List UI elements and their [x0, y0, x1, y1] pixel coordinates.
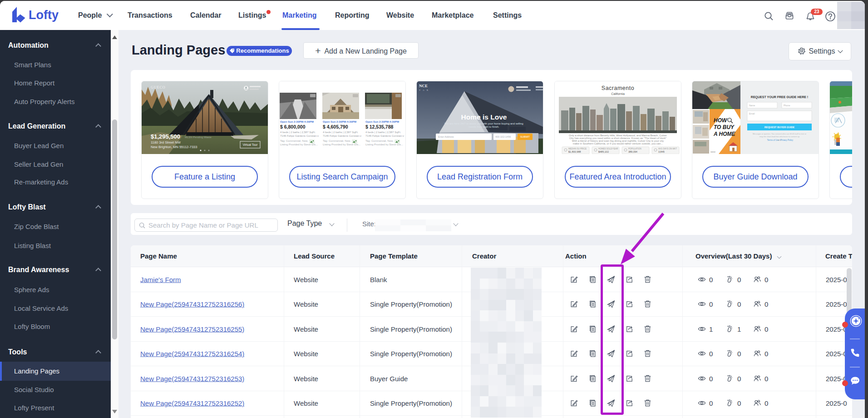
svg-text:Phone: Phone	[784, 104, 790, 107]
svg-text:T A X: T A X	[419, 89, 429, 91]
svg-text:400-102-1456: 400-102-1456	[495, 135, 511, 138]
svg-text:Open Sun 2:30PM-4:30PM: Open Sun 2:30PM-4:30PM	[365, 120, 399, 123]
svg-text:Tag: Commercial, New,: Tag: Commercial, New,	[365, 139, 394, 142]
svg-text:Open Sun 2:30PM-4:30PM: Open Sun 2:30PM-4:30PM	[323, 120, 356, 123]
svg-text:3,845: 3,845	[658, 150, 665, 153]
svg-text:may the short-lead-line whiche: may the short-lead-line whichever to con…	[760, 135, 800, 138]
svg-text:Tag: Commercial, New,: Tag: Commercial, New,	[323, 139, 351, 142]
svg-text:7146 Felipe Gardens Constan-v: 7146 Felipe Gardens Constan-v	[280, 134, 319, 137]
svg-text:New Brighton, MN 55112-7333: New Brighton, MN 55112-7333	[151, 145, 197, 149]
svg-text:MLSN Pending Waste: MLSN Pending Waste	[185, 136, 212, 139]
svg-text:Enter Address: Enter Address	[438, 135, 454, 138]
svg-text:Open Sun 2:30PM-4:30PM: Open Sun 2:30PM-4:30PM	[280, 120, 314, 123]
svg-text:Tag: Commercial, New,: Tag: Commercial, New,	[280, 139, 308, 142]
svg-text:HOW: HOW	[714, 117, 728, 124]
svg-text:HOMES SOLD/YEAR: HOMES SOLD/YEAR	[598, 148, 618, 150]
svg-text:7146 Felipe Gardens Constan-v: 7146 Felipe Gardens Constan-v	[365, 134, 404, 137]
svg-text:POPULATION: POPULATION	[628, 148, 641, 150]
svg-text:4 beds | 2 baths | 2,587 SqFt: 4 beds | 2 baths | 2,587 SqFt	[365, 131, 400, 134]
svg-text:TO BUY: TO BUY	[714, 124, 735, 130]
svg-text:7146 Felipe Gardens Constan-v: 7146 Felipe Gardens Constan-v	[323, 134, 361, 137]
svg-text:$1,800,988: $1,800,988	[568, 150, 581, 153]
svg-text:California: California	[611, 92, 625, 95]
svg-text:Messages or queries: You conse: Messages or queries: You consent who can…	[753, 133, 807, 135]
svg-text:AVG DAYS ON MKT: AVG DAYS ON MKT	[658, 148, 677, 150]
svg-text:389,094: 389,094	[628, 150, 637, 153]
svg-text:make in Southern California, o: make in Southern California, or if you w…	[573, 142, 663, 145]
svg-text:We are here 24/7 to assist you: We are here 24/7 to assist you with your…	[444, 122, 523, 125]
svg-text:$ 12,535,788: $ 12,535,788	[365, 124, 393, 129]
svg-text:REQUEST YOUR FREE GUIDE HERE !: REQUEST YOUR FREE GUIDE HERE !	[751, 95, 808, 99]
svg-text:Home is Love: Home is Love	[461, 113, 507, 121]
svg-text:Email: Email	[749, 112, 755, 115]
svg-text:MEDIAN SU PRICE: MEDIAN SU PRICE	[568, 148, 587, 150]
svg-text:needs from start to finish.: needs from start to finish.	[469, 125, 499, 128]
svg-text:4 beds | 2 baths | 2,587 SqFt: 4 beds | 2 baths | 2,587 SqFt	[280, 131, 315, 134]
svg-text:A HOME: A HOME	[713, 131, 736, 137]
svg-text:www: www	[710, 150, 715, 153]
svg-text:$485,102: $485,102	[598, 150, 609, 153]
svg-text:SUBMIT: SUBMIT	[520, 135, 530, 138]
svg-text:Privacy Policy: Privacy Policy	[780, 139, 794, 141]
svg-text:REQUEST BUYER GUIDE: REQUEST BUYER GUIDE	[764, 126, 795, 129]
svg-text:Sacramento: Sacramento	[602, 85, 634, 91]
svg-text:4 beds | 2 baths | 2,587 SqFt: 4 beds | 2 baths | 2,587 SqFt	[323, 131, 358, 134]
svg-text:$ 6,800,000: $ 6,800,000	[280, 124, 306, 129]
svg-text:$ 4,605,790: $ 4,605,790	[323, 124, 348, 129]
svg-text:1180 3rd Street NW: 1180 3rd Street NW	[151, 140, 181, 144]
svg-text:Virtual Tour: Virtual Tour	[243, 143, 258, 146]
svg-text:Name: Name	[749, 104, 755, 107]
svg-text:$1,295,500: $1,295,500	[151, 133, 180, 140]
svg-text:NCE: NCE	[419, 84, 428, 88]
svg-text:GUECO: GUECO	[151, 85, 166, 90]
